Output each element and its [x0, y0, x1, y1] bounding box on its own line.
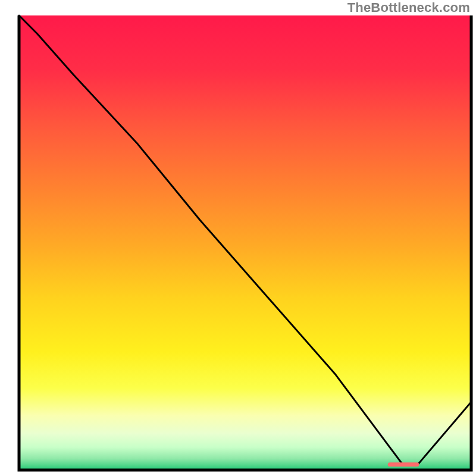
plot-background	[19, 15, 471, 470]
watermark-text: TheBottleneck.com	[347, 0, 470, 15]
bottleneck-chart	[0, 0, 476, 476]
chart-container: { "watermark": "TheBottleneck.com", "cha…	[0, 0, 476, 476]
